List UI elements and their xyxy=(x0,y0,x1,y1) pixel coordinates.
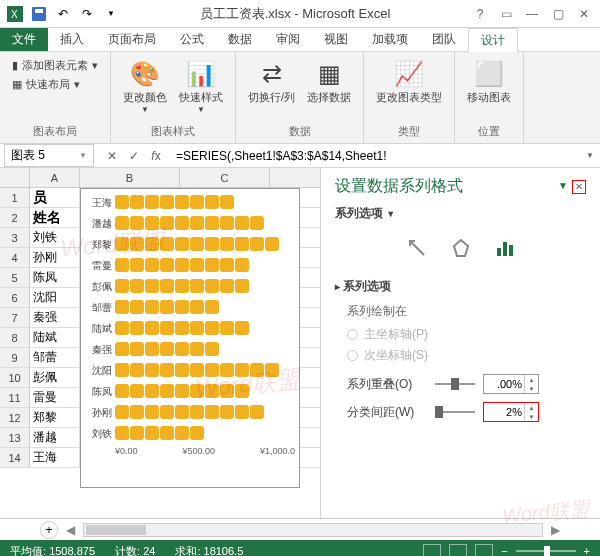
cell[interactable]: 姓名 xyxy=(30,208,80,227)
cell[interactable]: 郑黎 xyxy=(30,408,80,427)
chart-bar[interactable] xyxy=(115,405,265,421)
quick-styles-button[interactable]: 📊快速样式▼ xyxy=(175,56,227,116)
horizontal-scrollbar[interactable] xyxy=(83,523,543,537)
formula-input[interactable] xyxy=(170,147,580,165)
row-header[interactable]: 10 xyxy=(0,368,30,387)
accept-formula-icon[interactable]: ✓ xyxy=(124,149,144,163)
normal-view-icon[interactable] xyxy=(423,544,441,556)
chart-bar[interactable] xyxy=(115,195,235,211)
chart-bar[interactable] xyxy=(115,321,250,337)
series-options-icon[interactable] xyxy=(491,234,519,262)
add-chart-element-button[interactable]: ▮添加图表元素 ▾ xyxy=(8,56,102,75)
row-header[interactable]: 5 xyxy=(0,268,30,287)
pane-series-options-dropdown[interactable]: 系列选项 ▼ xyxy=(335,205,586,222)
page-layout-view-icon[interactable] xyxy=(449,544,467,556)
row-header[interactable]: 9 xyxy=(0,348,30,367)
tab-design[interactable]: 设计 xyxy=(468,28,518,52)
row-header[interactable]: 2 xyxy=(0,208,30,227)
close-icon[interactable]: ✕ xyxy=(572,4,596,24)
series-overlap-spinner[interactable]: ▲▼ xyxy=(483,374,539,394)
undo-icon[interactable]: ↶ xyxy=(52,3,74,25)
cell[interactable]: 沈阳 xyxy=(30,288,80,307)
name-box[interactable]: 图表 5▼ xyxy=(4,144,94,167)
move-chart-button[interactable]: ⬜移动图表 xyxy=(463,56,515,107)
excel-icon[interactable]: X xyxy=(4,3,26,25)
row-header[interactable]: 8 xyxy=(0,328,30,347)
chart-bar[interactable] xyxy=(115,342,220,358)
series-overlap-slider[interactable] xyxy=(435,383,475,385)
section-series-options[interactable]: 系列选项 xyxy=(335,278,586,295)
row-header[interactable]: 13 xyxy=(0,428,30,447)
row-header[interactable]: 4 xyxy=(0,248,30,267)
gap-width-slider[interactable] xyxy=(435,411,475,413)
zoom-slider[interactable] xyxy=(516,550,576,552)
chart-object[interactable]: 王海潘越郑黎雷曼彭佩邹蕾陆斌秦强沈阳陈凤孙刚刘铁 ¥0.00¥500.00¥1,… xyxy=(80,188,300,488)
change-colors-button[interactable]: 🎨更改颜色▼ xyxy=(119,56,171,116)
chart-bar[interactable] xyxy=(115,237,280,253)
gap-width-spinner[interactable]: ▲▼ xyxy=(483,402,539,422)
row-header[interactable]: 6 xyxy=(0,288,30,307)
minimize-icon[interactable]: — xyxy=(520,4,544,24)
change-chart-type-button[interactable]: 📈更改图表类型 xyxy=(372,56,446,107)
row-header[interactable]: 7 xyxy=(0,308,30,327)
tab-page-layout[interactable]: 页面布局 xyxy=(96,28,168,51)
tab-addins[interactable]: 加载项 xyxy=(360,28,420,51)
spinner-down-icon[interactable]: ▼ xyxy=(525,412,538,421)
chart-bar[interactable] xyxy=(115,384,250,400)
scroll-right-icon[interactable]: ▶ xyxy=(551,523,560,537)
pane-dropdown-icon[interactable]: ▼ xyxy=(558,180,568,194)
chart-bar[interactable] xyxy=(115,279,250,295)
tab-team[interactable]: 团队 xyxy=(420,28,468,51)
cell[interactable]: 孙刚 xyxy=(30,248,80,267)
quick-layout-button[interactable]: ▦快速布局 ▾ xyxy=(8,75,102,94)
cell[interactable]: 秦强 xyxy=(30,308,80,327)
effects-icon[interactable] xyxy=(447,234,475,262)
zoom-out-icon[interactable]: − xyxy=(501,545,507,556)
column-header[interactable]: B xyxy=(80,168,180,187)
save-icon[interactable] xyxy=(28,3,50,25)
row-header[interactable]: 12 xyxy=(0,408,30,427)
row-header[interactable]: 11 xyxy=(0,388,30,407)
expand-formula-icon[interactable]: ▼ xyxy=(580,151,600,160)
help-icon[interactable]: ? xyxy=(468,4,492,24)
cell[interactable]: 王海 xyxy=(30,448,80,467)
fill-line-icon[interactable] xyxy=(403,234,431,262)
series-overlap-input[interactable] xyxy=(484,375,524,393)
ribbon-options-icon[interactable]: ▭ xyxy=(494,4,518,24)
cell[interactable]: 陈凤 xyxy=(30,268,80,287)
zoom-in-icon[interactable]: + xyxy=(584,545,590,556)
tab-file[interactable]: 文件 xyxy=(0,28,48,51)
cancel-formula-icon[interactable]: ✕ xyxy=(102,149,122,163)
spinner-down-icon[interactable]: ▼ xyxy=(525,384,538,393)
spinner-up-icon[interactable]: ▲ xyxy=(525,375,538,384)
new-sheet-button[interactable]: + xyxy=(40,521,58,539)
chart-bar[interactable] xyxy=(115,426,205,442)
redo-icon[interactable]: ↷ xyxy=(76,3,98,25)
cell[interactable]: 雷曼 xyxy=(30,388,80,407)
chart-bar[interactable] xyxy=(115,363,280,379)
pane-close-icon[interactable]: ✕ xyxy=(572,180,586,194)
worksheet[interactable]: ABC 1员2姓名3刘铁4孙刚5陈凤6沈阳7秦强8陆斌9邹蕾10彭佩11雷曼12… xyxy=(0,168,320,518)
row-header[interactable]: 3 xyxy=(0,228,30,247)
qat-dropdown-icon[interactable]: ▼ xyxy=(100,3,122,25)
chart-bar[interactable] xyxy=(115,258,250,274)
cell[interactable]: 彭佩 xyxy=(30,368,80,387)
chart-bar[interactable] xyxy=(115,300,220,316)
column-header[interactable]: C xyxy=(180,168,270,187)
tab-view[interactable]: 视图 xyxy=(312,28,360,51)
row-header[interactable]: 14 xyxy=(0,448,30,467)
cell[interactable]: 邹蕾 xyxy=(30,348,80,367)
tab-formulas[interactable]: 公式 xyxy=(168,28,216,51)
tab-insert[interactable]: 插入 xyxy=(48,28,96,51)
fx-icon[interactable]: fx xyxy=(146,149,166,163)
tab-data[interactable]: 数据 xyxy=(216,28,264,51)
spinner-up-icon[interactable]: ▲ xyxy=(525,403,538,412)
gap-width-input[interactable] xyxy=(484,403,524,421)
tab-review[interactable]: 审阅 xyxy=(264,28,312,51)
maximize-icon[interactable]: ▢ xyxy=(546,4,570,24)
switch-row-col-button[interactable]: ⇄切换行/列 xyxy=(244,56,299,107)
column-header[interactable]: A xyxy=(30,168,80,187)
select-all-corner[interactable] xyxy=(0,168,30,187)
select-data-button[interactable]: ▦选择数据 xyxy=(303,56,355,107)
cell[interactable]: 潘越 xyxy=(30,428,80,447)
